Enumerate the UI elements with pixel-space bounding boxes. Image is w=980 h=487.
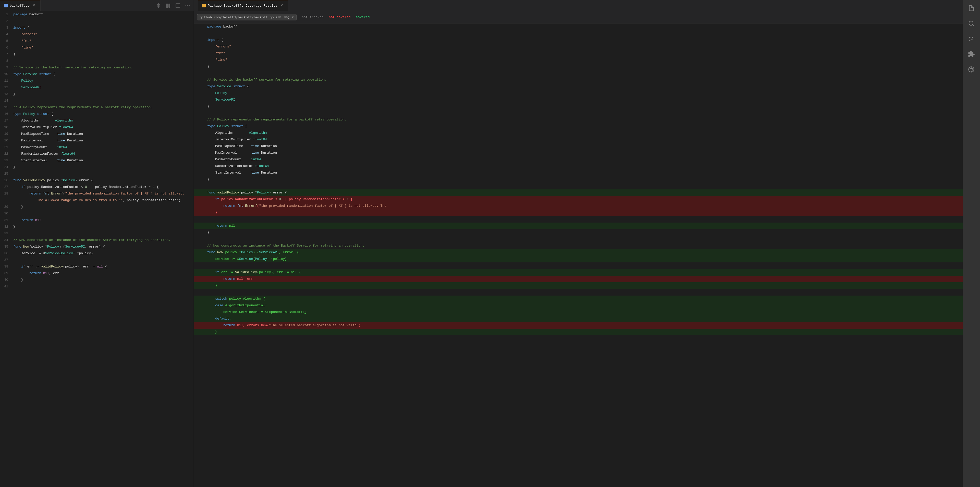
coverage-code-line: } <box>194 229 980 236</box>
code-line: 25 <box>0 170 194 177</box>
coverage-code-line: import ( <box>194 37 980 43</box>
code-line: 1 package backoff <box>0 11 194 18</box>
more-actions-button[interactable] <box>183 2 192 10</box>
coverage-code-view[interactable]: package backoff import ( "errors" " <box>194 24 980 487</box>
coverage-tab-close[interactable]: × <box>280 3 284 8</box>
coverage-code-line: case AlgorithmExponential: <box>194 302 980 309</box>
coverage-panel: Package [backoff]: Coverage Results × gi… <box>194 0 980 487</box>
coverage-code-line <box>194 236 980 242</box>
pin-button[interactable] <box>154 2 162 10</box>
code-line: 18 IntervalMultiplier float64 <box>0 124 194 131</box>
split-editor-button[interactable] <box>164 2 172 10</box>
code-line: 4 "errors" <box>0 31 194 38</box>
code-line: 39 return nil, err <box>0 270 194 277</box>
code-line: 31 return nil <box>0 217 194 224</box>
code-line: 33 <box>0 230 194 237</box>
not-covered-label: not covered <box>329 15 351 19</box>
coverage-code-line: "fmt" <box>194 50 980 57</box>
layout-button[interactable] <box>174 2 182 10</box>
dropdown-caret-icon: ▼ <box>292 15 294 19</box>
code-line: 10 type Service struct { <box>0 71 194 78</box>
code-line: 21 MaxRetryCount int64 <box>0 144 194 151</box>
coverage-tab-title: Package [backoff]: Coverage Results <box>208 4 277 8</box>
coverage-code-line <box>194 70 980 76</box>
coverage-code-line: type Policy struct { <box>194 123 980 130</box>
coverage-code-line: if err := validPolicy(policy); err != ni… <box>194 269 980 276</box>
code-line: The allowed range of values is from 0 to… <box>0 197 194 204</box>
code-line: 17 Algorithm Algorithm <box>0 118 194 124</box>
coverage-code-line: switch policy.Algorithm { <box>194 296 980 302</box>
left-tab-bar: backoff.go × <box>0 0 194 11</box>
code-line: 2 <box>0 18 194 24</box>
coverage-code-line: type Service struct { <box>194 83 980 90</box>
coverage-code-line <box>194 289 980 296</box>
coverage-code-line: service := &Service{Policy: *policy} <box>194 256 980 263</box>
coverage-code-line <box>194 30 980 37</box>
legend-covered: covered <box>356 15 370 19</box>
coverage-code-line: func validPolicy(policy *Policy) error { <box>194 189 980 196</box>
coverage-code-line: MaxRetryCount int64 <box>194 156 980 163</box>
coverage-tab-icon <box>202 4 206 7</box>
code-line: 12 ServiceAPI <box>0 84 194 91</box>
coverage-toolbar: github.com/defaltd/backoff/backoff.go (8… <box>194 11 980 24</box>
coverage-code-line: ServiceAPI <box>194 97 980 103</box>
coverage-code-line: } <box>194 209 980 216</box>
coverage-code-line <box>194 110 980 116</box>
not-tracked-label: not tracked <box>302 15 324 19</box>
svg-point-5 <box>187 5 188 6</box>
code-line: 28 return fmt.Errorf("the provided rando… <box>0 190 194 197</box>
coverage-code-line: service.ServiceAPI = &ExponentialBackoff… <box>194 309 980 315</box>
extensions-activity-icon[interactable] <box>965 48 977 60</box>
coverage-code-line: if policy.RandomizationFactor < 0 || pol… <box>194 196 980 203</box>
coverage-code-line: // Service is the backoff service for re… <box>194 76 980 83</box>
coverage-results-tab[interactable]: Package [backoff]: Coverage Results × <box>198 0 288 11</box>
backoff-go-tab[interactable]: backoff.go × <box>0 0 41 11</box>
legend-not-covered: not covered <box>329 15 351 19</box>
legend-not-tracked: not tracked <box>302 15 324 19</box>
source-control-activity-icon[interactable] <box>965 33 977 45</box>
coverage-code-line: Policy <box>194 90 980 97</box>
code-line: 22 RandomizationFactor float64 <box>0 151 194 157</box>
code-line: 35 func New(policy *Policy) (ServiceAPI,… <box>0 244 194 250</box>
code-line: 34 // New constructs an instance of the … <box>0 237 194 244</box>
files-activity-icon[interactable] <box>965 2 977 14</box>
activity-bar <box>963 0 980 487</box>
coverage-code-line: return nil, errors.New("The selected bac… <box>194 322 980 329</box>
code-line: 36 service := &Service{Policy: *policy} <box>0 250 194 257</box>
coverage-code-line: func New(policy *Policy) (ServiceAPI, er… <box>194 249 980 256</box>
coverage-code-line: return nil <box>194 223 980 229</box>
remote-activity-icon[interactable] <box>965 63 977 76</box>
coverage-code-line <box>194 216 980 223</box>
right-tab-bar: Package [backoff]: Coverage Results × <box>194 0 980 11</box>
code-line: 5 "fmt" <box>0 38 194 45</box>
left-code-editor[interactable]: 1 package backoff 2 3 import ( 4 "errors… <box>0 11 194 487</box>
coverage-code-line: IntervalMultiplier float64 <box>194 136 980 143</box>
file-selector-dropdown[interactable]: github.com/defaltd/backoff/backoff.go (8… <box>197 14 297 21</box>
coverage-code-line: ) <box>194 63 980 70</box>
tab-close-button[interactable]: × <box>32 3 36 8</box>
go-file-icon <box>4 4 8 7</box>
code-line: 29 } <box>0 204 194 210</box>
svg-rect-0 <box>166 3 168 8</box>
svg-point-6 <box>189 5 189 6</box>
coverage-code-line <box>194 183 980 189</box>
svg-point-4 <box>186 5 186 6</box>
code-line: 8 <box>0 58 194 64</box>
coverage-code-line: return fmt.Errorf("the provided randomiz… <box>194 203 980 209</box>
code-line: 38 if err := validPolicy(policy); err !=… <box>0 263 194 270</box>
code-line: 11 Policy <box>0 78 194 84</box>
code-line: 37 <box>0 257 194 263</box>
coverage-code-line: return nil, err <box>194 276 980 282</box>
coverage-code-line: "errors" <box>194 43 980 50</box>
code-line: 24 } <box>0 164 194 170</box>
svg-point-12 <box>969 67 974 72</box>
svg-line-11 <box>973 25 974 26</box>
code-line: 41 <box>0 283 194 290</box>
code-line: 40 } <box>0 277 194 283</box>
code-line: 19 MaxElapsedTime time.Duration <box>0 131 194 137</box>
file-selector-text: github.com/defaltd/backoff/backoff.go (8… <box>200 15 290 19</box>
search-activity-icon[interactable] <box>965 18 977 30</box>
code-line: 26 func validPolicy(policy *Policy) erro… <box>0 177 194 184</box>
coverage-code-line: default: <box>194 315 980 322</box>
code-line: 13 } <box>0 91 194 97</box>
